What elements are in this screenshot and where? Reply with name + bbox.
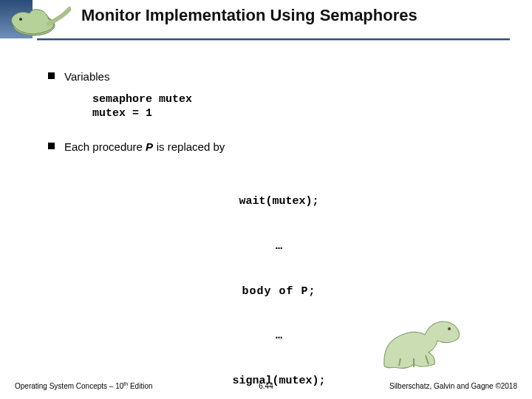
code-block-variables: semaphore mutex mutex = 1 <box>92 93 510 121</box>
code-line: semaphore mutex <box>92 93 192 106</box>
slide-title: Monitor Implementation Using Semaphores <box>81 6 525 25</box>
code-line: … <box>48 239 510 254</box>
procedure-variable: P <box>146 140 154 153</box>
bullet-procedure: Each procedure P is replaced by <box>48 140 510 153</box>
dinosaur-head-icon <box>4 3 71 38</box>
footer-right: Silberschatz, Galvin and Gagne ©2018 <box>389 382 517 390</box>
dinosaur-footer-icon <box>377 314 466 373</box>
code-line: wait(mutex); <box>48 194 510 209</box>
title-underline <box>37 38 510 41</box>
bullet-text: Variables <box>64 70 109 83</box>
slide: Monitor Implementation Using Semaphores … <box>0 0 532 399</box>
bullet-variables: Variables <box>48 70 510 83</box>
code-line: mutex = 1 <box>92 107 152 120</box>
bullet-text-post: is replaced by <box>154 140 225 153</box>
svg-point-2 <box>448 327 451 330</box>
bullet-marker-icon <box>48 72 55 79</box>
bullet-marker-icon <box>48 143 55 149</box>
svg-point-1 <box>19 18 22 21</box>
bullet-text-pre: Each procedure <box>64 140 146 153</box>
code-line: body of P; <box>48 284 510 299</box>
